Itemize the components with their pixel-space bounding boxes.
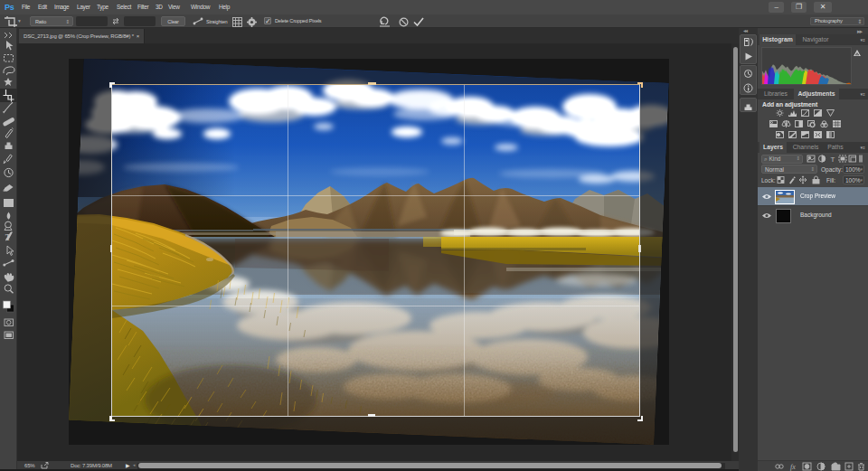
svg-text:T: T bbox=[831, 155, 835, 164]
svg-text:fx: fx bbox=[790, 463, 796, 471]
svg-text:T: T bbox=[5, 232, 11, 242]
